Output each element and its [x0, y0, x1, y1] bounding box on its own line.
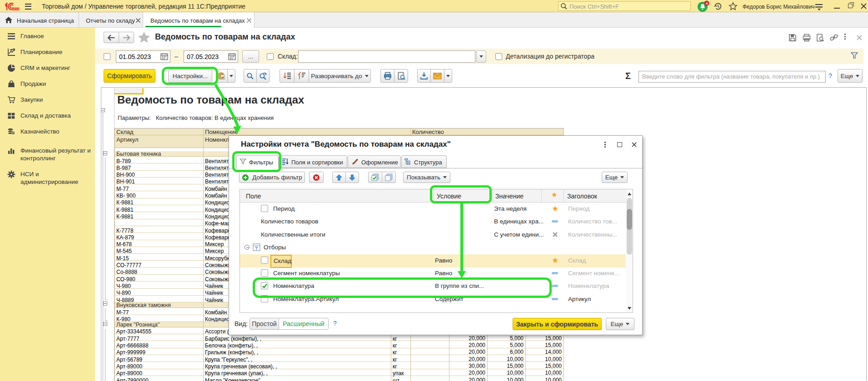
svg-text:4: 4: [706, 1, 708, 5]
